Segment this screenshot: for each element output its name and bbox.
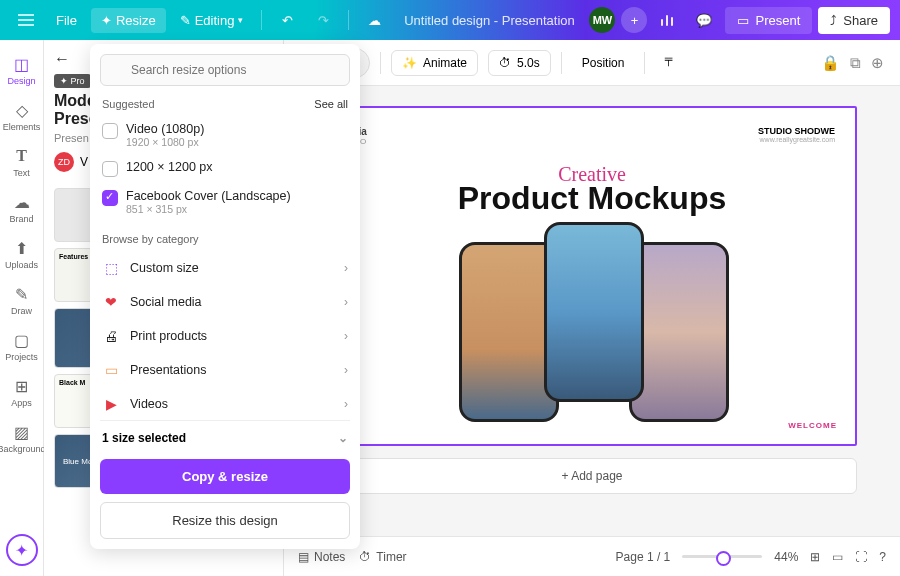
rail-design[interactable]: ◫Design <box>0 48 44 92</box>
present-button[interactable]: ▭Present <box>725 7 812 34</box>
user-avatar[interactable]: MW <box>589 7 615 33</box>
category-videos[interactable]: ▶Videos› <box>100 387 350 416</box>
slide-canvas[interactable]: rcia CEO STUDIO SHODWE www.reallygreatsi… <box>327 106 857 446</box>
magic-button[interactable]: ✦ <box>6 534 38 566</box>
suggested-label: Suggested <box>102 98 155 110</box>
cloud-sync-icon[interactable]: ☁ <box>359 5 389 35</box>
chevron-right-icon: › <box>344 329 348 343</box>
welcome-label: WELCOME <box>788 421 837 430</box>
category-custom[interactable]: ⬚Custom size› <box>100 251 350 285</box>
rail-uploads[interactable]: ⬆Uploads <box>0 232 44 276</box>
rail-apps[interactable]: ⊞Apps <box>0 370 44 414</box>
checkbox[interactable] <box>102 161 118 177</box>
see-all-link[interactable]: See all <box>314 98 348 110</box>
category-social[interactable]: ❤Social media› <box>100 285 350 319</box>
grid-view-icon[interactable]: ⊞ <box>810 550 820 564</box>
resize-search-input[interactable] <box>100 54 350 86</box>
pro-badge: ✦ Pro <box>54 74 91 88</box>
copy-resize-button[interactable]: Copy & resize <box>100 459 350 494</box>
duplicate-icon[interactable]: ⧉ <box>850 54 861 72</box>
selected-count-row[interactable]: 1 size selected ⌄ <box>100 420 350 455</box>
phone-mockups <box>329 232 855 392</box>
rail-projects[interactable]: ▢Projects <box>0 324 44 368</box>
phone-mockup <box>544 222 644 402</box>
rail-text[interactable]: TText <box>0 140 44 184</box>
slide-heading: Creative Product Mockups <box>329 163 855 217</box>
resize-design-button[interactable]: Resize this design <box>100 502 350 539</box>
zoom-level[interactable]: 44% <box>774 550 798 564</box>
hamburger-menu[interactable] <box>10 10 42 30</box>
chevron-right-icon: › <box>344 363 348 377</box>
comment-icon[interactable]: 💬 <box>689 5 719 35</box>
redo-button[interactable]: ↷ <box>308 5 338 35</box>
canvas-toolbar: ↻ ✨Animate ⏱5.0s Position 〒 🔒 ⧉ ⊕ <box>284 40 900 86</box>
add-page-button[interactable]: + Add page <box>327 458 857 494</box>
analytics-icon[interactable] <box>653 5 683 35</box>
resize-menu[interactable]: ✦Resize <box>91 8 166 33</box>
checkbox[interactable] <box>102 123 118 139</box>
transparency-button[interactable]: 〒 <box>655 48 685 78</box>
animate-button[interactable]: ✨Animate <box>391 50 478 76</box>
undo-button[interactable]: ↶ <box>272 5 302 35</box>
duration-button[interactable]: ⏱5.0s <box>488 50 551 76</box>
share-button[interactable]: ⤴Share <box>818 7 890 34</box>
resize-option-video[interactable]: Video (1080p)1920 × 1080 px <box>100 116 350 154</box>
resize-dropdown: Suggested See all Video (1080p)1920 × 10… <box>90 44 360 549</box>
lock-icon[interactable]: 🔒 <box>821 54 840 72</box>
checkbox-checked[interactable] <box>102 190 118 206</box>
fullscreen-icon[interactable]: ⛶ <box>855 550 867 564</box>
chevron-down-icon: ⌄ <box>338 431 348 445</box>
rail-elements[interactable]: ◇Elements <box>0 94 44 138</box>
help-icon[interactable]: ? <box>879 550 886 564</box>
position-button[interactable]: Position <box>572 51 635 75</box>
phone-mockup <box>629 242 729 422</box>
slide-studio: STUDIO SHODWE www.reallygreatsite.com <box>758 126 835 143</box>
bottom-bar: ▤Notes ⏱Timer Page 1 / 1 44% ⊞ ▭ ⛶ ? <box>284 536 900 576</box>
resize-option-square[interactable]: 1200 × 1200 px <box>100 154 350 183</box>
resize-option-facebook[interactable]: Facebook Cover (Landscape)851 × 315 px <box>100 183 350 221</box>
presenter-view-icon[interactable]: ▭ <box>832 550 843 564</box>
left-rail: ◫Design ◇Elements TText ☁Brand ⬆Uploads … <box>0 40 44 576</box>
creator-avatar: ZD <box>54 152 74 172</box>
browse-label: Browse by category <box>102 233 199 245</box>
category-print[interactable]: 🖨Print products› <box>100 319 350 353</box>
category-presentations[interactable]: ▭Presentations› <box>100 353 350 387</box>
editing-menu[interactable]: ✎Editing▾ <box>172 9 252 32</box>
page-indicator[interactable]: Page 1 / 1 <box>616 550 671 564</box>
rail-draw[interactable]: ✎Draw <box>0 278 44 322</box>
chevron-right-icon: › <box>344 397 348 411</box>
rail-background[interactable]: ▨Background <box>0 416 44 460</box>
document-title[interactable]: Untitled design - Presentation <box>395 13 583 28</box>
file-menu[interactable]: File <box>48 9 85 32</box>
timer-button[interactable]: ⏱Timer <box>359 550 406 564</box>
notes-button[interactable]: ▤Notes <box>298 550 345 564</box>
add-member-button[interactable]: + <box>621 7 647 33</box>
add-icon[interactable]: ⊕ <box>871 54 884 72</box>
chevron-right-icon: › <box>344 261 348 275</box>
zoom-slider[interactable] <box>682 555 762 558</box>
chevron-right-icon: › <box>344 295 348 309</box>
rail-brand[interactable]: ☁Brand <box>0 186 44 230</box>
